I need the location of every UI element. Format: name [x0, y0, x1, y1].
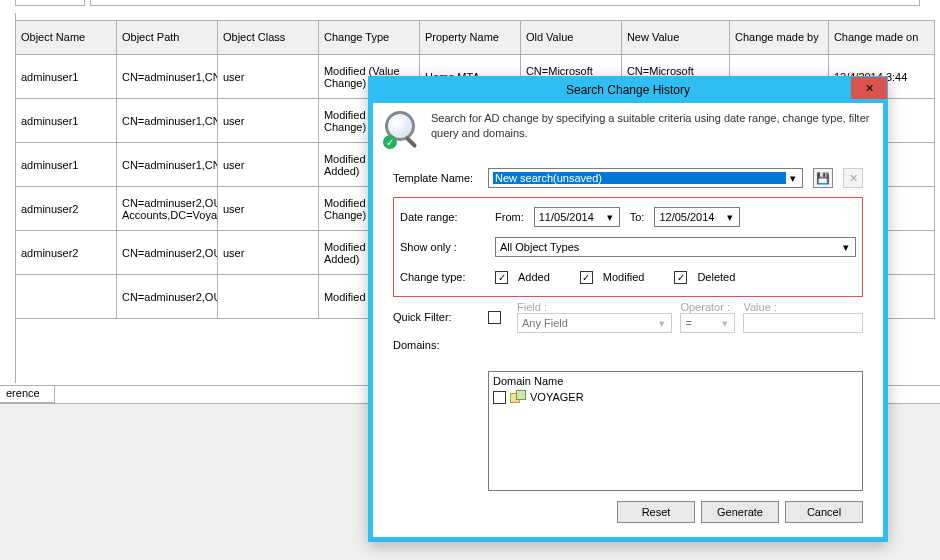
show-only-label: Show only :: [400, 241, 485, 253]
quick-filter-label: Quick Filter:: [393, 311, 478, 323]
change-type-label: Change type:: [400, 271, 485, 283]
toolbar-slot: [15, 0, 85, 6]
value-label: Value :: [743, 301, 863, 313]
lower-panel-tab[interactable]: erence: [0, 385, 55, 403]
col-new-value[interactable]: New Value: [621, 21, 729, 55]
col-change-on[interactable]: Change made on: [828, 21, 934, 55]
from-label: From:: [495, 211, 524, 223]
col-object-name[interactable]: Object Name: [16, 21, 117, 55]
field-value: Any Field: [522, 317, 568, 329]
cell: CN=adminuser2,OU=Service: [116, 231, 217, 275]
cell: adminuser1: [16, 55, 117, 99]
cell: CN=adminuser1,CN=: [116, 99, 217, 143]
cell: adminuser1: [16, 99, 117, 143]
operator-value: =: [685, 317, 691, 329]
cell: user: [217, 231, 318, 275]
domain-icon: [510, 390, 526, 404]
close-icon: ✕: [865, 82, 874, 95]
from-date-value: 11/05/2014: [539, 211, 594, 223]
col-old-value[interactable]: Old Value: [520, 21, 621, 55]
modified-checkbox[interactable]: ✓: [580, 271, 593, 284]
cell: [217, 275, 318, 319]
from-date-input[interactable]: 11/05/2014 ▾: [534, 207, 620, 227]
value-input: [743, 313, 863, 333]
cell: CN=adminuser1,CN=: [116, 55, 217, 99]
col-change-type[interactable]: Change Type: [318, 21, 419, 55]
dialog-titlebar[interactable]: Search Change History ✕: [369, 77, 887, 103]
domain-item[interactable]: VOYAGER: [493, 389, 858, 405]
dialog-description: Search for AD change by specifying a sui…: [431, 111, 873, 141]
chevron-down-icon: ▾: [723, 209, 737, 225]
cell: user: [217, 55, 318, 99]
field-select: Any Field ▾: [517, 313, 672, 333]
template-name-value: New search(unsaved): [493, 172, 798, 184]
col-change-by[interactable]: Change made by: [729, 21, 828, 55]
quick-filter-checkbox[interactable]: [488, 311, 501, 324]
added-label: Added: [518, 271, 550, 283]
chevron-down-icon: ▾: [655, 315, 669, 331]
grid-header-row: Object Name Object Path Object Class Cha…: [16, 21, 935, 55]
chevron-down-icon: ▾: [786, 170, 800, 186]
field-label: Field :: [517, 301, 672, 313]
generate-button[interactable]: Generate: [701, 501, 779, 523]
domains-list[interactable]: Domain Name VOYAGER: [488, 371, 863, 491]
domains-label: Domains:: [393, 339, 478, 351]
chevron-down-icon: ▾: [839, 239, 853, 255]
modified-label: Modified: [603, 271, 645, 283]
cell: CN=adminuser2,OU=: [116, 275, 217, 319]
date-range-label: Date range:: [400, 211, 485, 223]
show-only-value: All Object Types: [500, 241, 579, 253]
to-date-value: 12/05/2014: [659, 211, 714, 223]
chevron-down-icon: ▾: [603, 209, 617, 225]
cell: user: [217, 99, 318, 143]
search-change-history-dialog: Search Change History ✕ ✓ Search for AD …: [368, 76, 888, 542]
criteria-group: Date range: From: 11/05/2014 ▾ To: 12/05…: [393, 197, 863, 297]
template-name-select[interactable]: New search(unsaved) ▾: [488, 168, 803, 188]
save-template-button[interactable]: 💾: [813, 168, 833, 188]
cell: user: [217, 187, 318, 231]
to-date-input[interactable]: 12/05/2014 ▾: [654, 207, 740, 227]
added-checkbox[interactable]: ✓: [495, 271, 508, 284]
cancel-button[interactable]: Cancel: [785, 501, 863, 523]
cell: user: [217, 143, 318, 187]
cell: adminuser2: [16, 187, 117, 231]
dialog-title: Search Change History: [369, 83, 887, 97]
deleted-label: Deleted: [697, 271, 735, 283]
col-object-class[interactable]: Object Class: [217, 21, 318, 55]
domain-header: Domain Name: [493, 375, 858, 387]
show-only-select[interactable]: All Object Types ▾: [495, 237, 856, 257]
delete-icon: ✕: [849, 172, 858, 185]
cell: CN=adminuser2,OU=Service Accounts,DC=Voy…: [116, 187, 217, 231]
save-icon: 💾: [816, 172, 830, 185]
operator-label: Operator :: [680, 301, 735, 313]
search-icon: ✓: [383, 111, 421, 149]
domain-checkbox[interactable]: [493, 391, 506, 404]
to-label: To:: [630, 211, 645, 223]
deleted-checkbox[interactable]: ✓: [674, 271, 687, 284]
cell: adminuser2: [16, 231, 117, 275]
close-button[interactable]: ✕: [851, 77, 887, 99]
template-name-label: Template Name:: [393, 172, 478, 184]
reset-button[interactable]: Reset: [617, 501, 695, 523]
cell: CN=adminuser1,CN=: [116, 143, 217, 187]
chevron-down-icon: ▾: [718, 315, 732, 331]
delete-template-button: ✕: [843, 168, 863, 188]
operator-select: = ▾: [680, 313, 735, 333]
cell: [16, 275, 117, 319]
cell: adminuser1: [16, 143, 117, 187]
toolbar-slot: [90, 0, 920, 6]
col-object-path[interactable]: Object Path: [116, 21, 217, 55]
col-property-name[interactable]: Property Name: [419, 21, 520, 55]
domain-name: VOYAGER: [530, 391, 584, 403]
